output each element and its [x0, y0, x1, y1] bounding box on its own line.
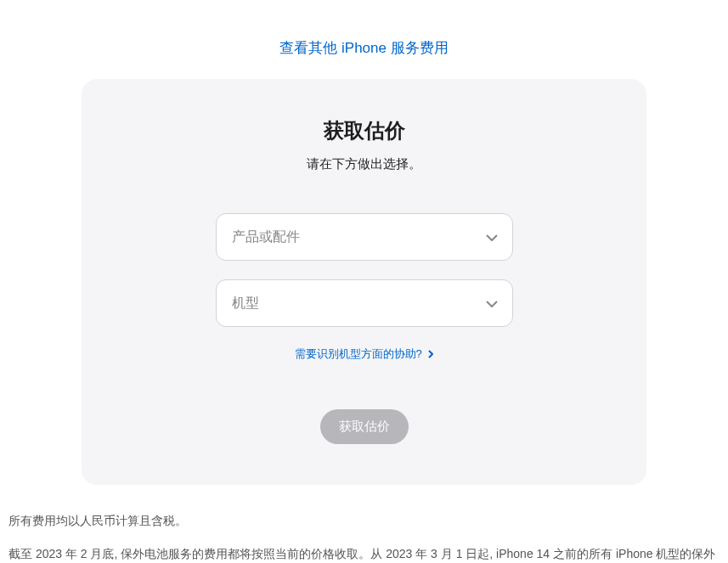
get-estimate-button[interactable]: 获取估价 — [320, 409, 409, 444]
other-services-link[interactable]: 查看其他 iPhone 服务费用 — [279, 40, 448, 56]
identify-model-help-link[interactable]: 需要识别机型方面的协助? — [295, 347, 434, 360]
card-subtitle: 请在下方做出选择。 — [116, 156, 612, 172]
model-select-wrapper: 机型 — [216, 279, 513, 327]
footer-line1: 所有费用均以人民币计算且含税。 — [8, 509, 720, 533]
top-link-container: 查看其他 iPhone 服务费用 — [0, 0, 728, 79]
footer-notes: 所有费用均以人民币计算且含税。 截至 2023 年 2 月底, 保外电池服务的费… — [0, 485, 728, 563]
chevron-right-icon — [428, 348, 433, 361]
product-select[interactable]: 产品或配件 — [216, 213, 513, 261]
footer-line2-text: 截至 2023 年 2 月底, 保外电池服务的费用都将按照当前的价格收取。从 2… — [8, 547, 715, 563]
help-link-text: 需要识别机型方面的协助? — [295, 347, 422, 360]
estimate-card: 获取估价 请在下方做出选择。 产品或配件 机型 需要识别机型方面的协助? 获取估… — [82, 79, 646, 485]
product-select-wrapper: 产品或配件 — [216, 213, 513, 261]
footer-line2: 截至 2023 年 2 月底, 保外电池服务的费用都将按照当前的价格收取。从 2… — [8, 542, 720, 563]
model-select[interactable]: 机型 — [216, 279, 513, 327]
help-link-container: 需要识别机型方面的协助? — [116, 346, 612, 362]
card-title: 获取估价 — [116, 117, 612, 144]
